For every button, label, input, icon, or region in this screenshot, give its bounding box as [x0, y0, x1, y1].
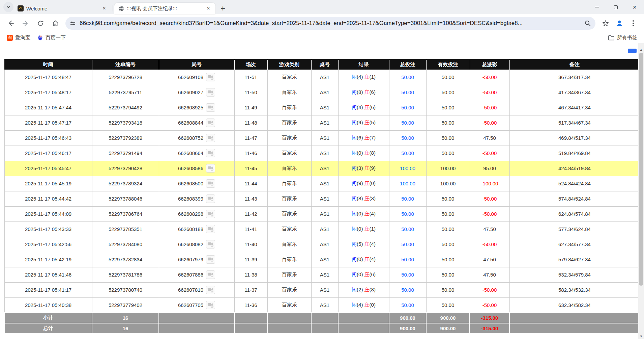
payout-cell: -50.00 [470, 115, 509, 130]
close-tab-icon[interactable]: × [205, 5, 212, 12]
home-button[interactable] [49, 17, 62, 30]
bookmark-aitaobao[interactable]: 淘 爱淘宝 [3, 33, 34, 42]
video-replay-button[interactable] [206, 179, 215, 188]
round-cell: 662608082 [159, 237, 234, 252]
video-replay-button[interactable] [206, 134, 215, 142]
table-number-cell: AS1 [311, 267, 338, 282]
welcome-tab-favicon [18, 5, 24, 11]
total-bet-cell[interactable]: 50.00 [389, 267, 426, 282]
video-replay-button[interactable] [206, 194, 215, 203]
video-replay-button[interactable] [206, 270, 215, 279]
table-row[interactable]: 2025-11-17 05:47:17522973793418662608844… [4, 115, 640, 130]
video-replay-button[interactable] [206, 225, 215, 233]
total-bet-cell[interactable]: 50.00 [389, 237, 426, 252]
total-bet-cell[interactable]: 50.00 [389, 100, 426, 115]
table-row[interactable]: 2025-11-17 05:42:56522973784080662608082… [4, 237, 640, 252]
video-replay-button[interactable] [206, 119, 215, 127]
banker-result: 庄 [364, 195, 370, 201]
table-row[interactable]: 2025-11-17 05:44:42522973788046662608399… [4, 191, 640, 206]
banker-result: 庄 [364, 150, 370, 156]
total-bet-cell[interactable]: 50.00 [389, 297, 426, 313]
total-bet-cell[interactable]: 50.00 [389, 85, 426, 100]
scrollbar-thumb[interactable] [639, 53, 643, 286]
zoom-search-icon[interactable] [584, 20, 591, 27]
browser-menu-button[interactable] [627, 17, 640, 30]
table-row[interactable]: 2025-11-17 05:42:19522973782834662607979… [4, 252, 640, 267]
scroll-down-icon[interactable]: ▼ [638, 333, 644, 339]
tab-strip: Welcome × :::视讯 会员下注纪录::: × + × [0, 0, 644, 14]
maximize-button[interactable] [606, 0, 625, 14]
payout-cell: -50.00 [470, 191, 509, 206]
new-tab-button[interactable]: + [217, 3, 228, 14]
table-number-cell: AS1 [311, 146, 338, 161]
table-row[interactable]: 2025-11-17 05:47:44522973794492662608925… [4, 100, 640, 115]
table-row[interactable]: 2025-11-17 05:40:38522973779402662607705… [4, 297, 640, 313]
total-bet-cell[interactable]: 100.00 [389, 161, 426, 176]
bookmark-star-button[interactable] [599, 17, 612, 30]
total-bet-cell[interactable]: 50.00 [389, 191, 426, 206]
minimize-button[interactable] [587, 0, 606, 14]
table-row[interactable]: 2025-11-17 05:45:19522973789324662608500… [4, 176, 640, 191]
globe-icon [118, 6, 124, 11]
table-row[interactable]: 2025-11-17 05:44:09522973786764662608298… [4, 206, 640, 221]
url-text[interactable]: 66cxkj98.com/game/betrecord_search/kind3… [80, 20, 581, 27]
reload-icon [37, 20, 44, 27]
video-replay-button[interactable] [206, 210, 215, 218]
bet-id-cell: 522973796728 [92, 70, 159, 85]
video-replay-button[interactable] [206, 301, 215, 309]
address-bar[interactable]: 66cxkj98.com/game/betrecord_search/kind3… [65, 17, 595, 30]
video-replay-button[interactable] [206, 149, 215, 157]
total-bet-cell[interactable]: 50.00 [389, 146, 426, 161]
total-bet-cell[interactable]: 50.00 [389, 221, 426, 237]
remark-cell: 624.84/574.84 [509, 206, 640, 221]
session-cell: 11-43 [234, 191, 267, 206]
bookmark-baidu[interactable]: 百度一下 [34, 33, 69, 42]
back-button[interactable] [4, 17, 17, 30]
payout-cell: 47.50 [470, 130, 509, 146]
table-row[interactable]: 2025-11-17 05:48:17522973795711662609027… [4, 85, 640, 100]
all-bookmarks-button[interactable]: 所有书签 [605, 33, 641, 42]
banker-result: 庄 [364, 211, 370, 216]
tab-search-button[interactable] [3, 2, 13, 12]
video-replay-button[interactable] [206, 103, 215, 112]
round-cell: 662608664 [159, 146, 234, 161]
remark-cell: 469.84/517.34 [509, 130, 640, 146]
tab-welcome[interactable]: Welcome × [13, 3, 111, 14]
video-replay-button[interactable] [206, 255, 215, 264]
table-row[interactable]: 2025-11-17 05:45:47522973790428662608586… [4, 161, 640, 176]
bookmarks-bar: 淘 爱淘宝 百度一下 所有书签 [0, 32, 644, 43]
total-bet-cell[interactable]: 50.00 [389, 130, 426, 146]
table-row[interactable]: 2025-11-17 05:46:43522973792389662608752… [4, 130, 640, 146]
table-row[interactable]: 2025-11-17 05:41:17522973780740662607810… [4, 282, 640, 297]
total-bet-cell[interactable]: 50.00 [389, 282, 426, 297]
round-number: 662609108 [178, 74, 203, 80]
video-replay-button[interactable] [206, 73, 215, 81]
table-row[interactable]: 2025-11-17 05:46:17522973791494662608664… [4, 146, 640, 161]
table-row[interactable]: 2025-11-17 05:41:46522973781786662607886… [4, 267, 640, 282]
site-settings-icon[interactable] [69, 20, 76, 27]
video-replay-button[interactable] [206, 164, 215, 173]
total-bet-cell[interactable]: 50.00 [389, 206, 426, 221]
video-replay-button[interactable] [206, 286, 215, 294]
reload-button[interactable] [34, 17, 47, 30]
close-window-button[interactable]: × [625, 0, 644, 14]
profile-avatar[interactable] [613, 17, 626, 30]
video-replay-button[interactable] [206, 240, 215, 249]
table-row[interactable]: 2025-11-17 05:48:47522973796728662609108… [4, 70, 640, 85]
close-tab-icon[interactable]: × [100, 5, 108, 12]
column-header: 总派彩 [470, 59, 509, 70]
total-bet-cell[interactable]: 50.00 [389, 70, 426, 85]
forward-button[interactable] [19, 17, 32, 30]
page-scrollbar[interactable]: ▲ ▼ [638, 43, 644, 339]
scroll-up-icon[interactable]: ▲ [638, 47, 644, 52]
top-right-blue-element[interactable] [628, 49, 637, 53]
total-bet-cell[interactable]: 50.00 [389, 252, 426, 267]
total-bet-cell[interactable]: 100.00 [389, 176, 426, 191]
total-bet-cell[interactable]: 50.00 [389, 115, 426, 130]
bet-time-cell: 2025-11-17 05:44:09 [4, 206, 92, 221]
table-row[interactable]: 2025-11-17 05:43:33522973785351662608188… [4, 221, 640, 237]
valid-bet-cell: 50.00 [426, 85, 470, 100]
tab-bet-records[interactable]: :::视讯 会员下注纪录::: × [114, 3, 215, 14]
tab-separator [113, 5, 113, 11]
video-replay-button[interactable] [206, 88, 215, 97]
